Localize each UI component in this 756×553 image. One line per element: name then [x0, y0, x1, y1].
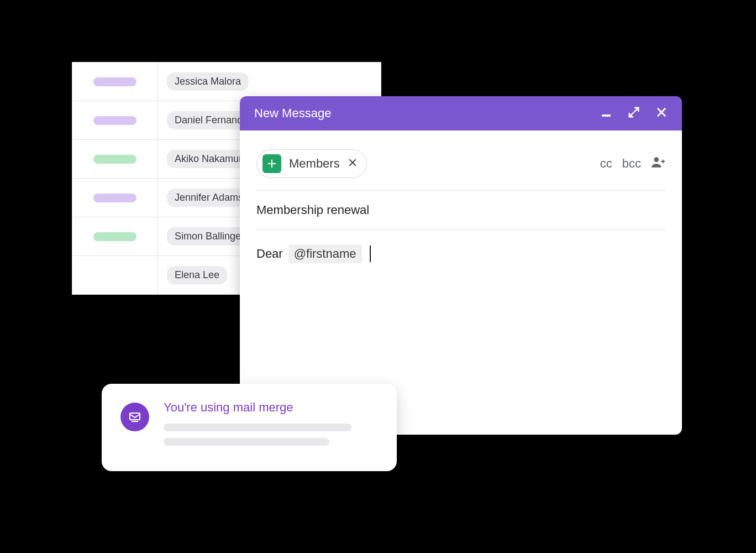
skeleton-line [164, 424, 351, 431]
close-icon[interactable] [655, 106, 668, 121]
status-pill [93, 194, 136, 202]
expand-icon[interactable] [628, 106, 640, 121]
recipient-chip-label: Members [289, 156, 340, 171]
svg-point-1 [654, 157, 659, 162]
recipient-chip[interactable]: Members [256, 149, 367, 178]
contact-chip[interactable]: Elena Lee [167, 266, 227, 284]
sheets-icon [262, 154, 281, 173]
subject-input[interactable]: Membership renewal [256, 191, 665, 230]
contact-chip[interactable]: Jessica Malora [167, 72, 249, 91]
skeleton-line [164, 438, 329, 446]
svg-rect-2 [130, 413, 140, 420]
mail-merge-notice: You're using mail merge [102, 384, 397, 471]
merge-field-token[interactable]: @firstname [288, 244, 362, 263]
remove-chip-icon[interactable] [348, 156, 358, 171]
body-text: Dear [256, 247, 283, 261]
compose-header: New Message [240, 96, 682, 131]
status-pill [93, 155, 136, 164]
status-pill [93, 232, 136, 241]
bcc-button[interactable]: bcc [622, 156, 641, 171]
status-pill [93, 116, 136, 125]
status-pill [93, 77, 136, 86]
text-cursor [370, 246, 371, 262]
cc-button[interactable]: cc [600, 156, 612, 171]
compose-title: New Message [254, 106, 600, 121]
message-body[interactable]: Dear @firstname [256, 230, 665, 278]
contact-chip[interactable]: Simon Ballinger [167, 227, 252, 246]
contact-chip[interactable]: Jennifer Adams [167, 189, 251, 207]
svg-rect-0 [602, 115, 611, 117]
notice-title: You're using mail merge [164, 400, 378, 415]
recipients-row[interactable]: Members cc bcc [256, 142, 665, 191]
minimize-icon[interactable] [600, 106, 612, 121]
table-row[interactable]: Jessica Malora [72, 62, 381, 101]
add-recipients-icon[interactable] [651, 155, 665, 173]
mail-merge-icon [120, 403, 149, 431]
